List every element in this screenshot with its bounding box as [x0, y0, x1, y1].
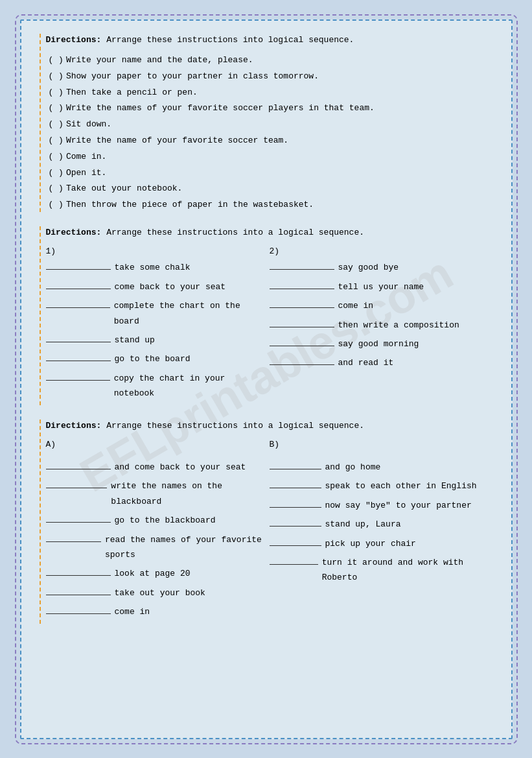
- blank-line[interactable]: [270, 364, 334, 365]
- blank-item: go to the blackboard: [46, 513, 270, 528]
- blank-item: take out your book: [46, 586, 270, 600]
- blank-item: go to the board: [46, 351, 270, 366]
- blank-item: take some chalk: [46, 260, 270, 275]
- list-item: ( )Come in.: [49, 150, 493, 164]
- blank-line[interactable]: [46, 269, 111, 270]
- col1-num: 1): [46, 246, 270, 256]
- directions-label-2: Directions:: [46, 228, 102, 237]
- blank-line[interactable]: [270, 564, 318, 565]
- blank-line[interactable]: [46, 522, 111, 523]
- colA-label: A): [46, 440, 270, 449]
- blank-line[interactable]: [46, 488, 108, 488]
- blank-item: speak to each other in English: [270, 479, 493, 493]
- blank-line[interactable]: [270, 469, 321, 469]
- list-item: ( )Write the names of your favorite socc…: [49, 102, 493, 115]
- blank-item: say good morning: [270, 337, 493, 351]
- blank-item: and go home: [270, 460, 493, 475]
- blank-item: say good bye: [270, 260, 493, 275]
- blank-item: turn it around and work with Roberto: [270, 555, 493, 586]
- blank-item: pick up your chair: [270, 536, 493, 551]
- blank-item: come back to your seat: [46, 279, 270, 294]
- blank-item: and come back to your seat: [46, 460, 270, 475]
- two-col-section3: A) and come back to your seat write the …: [46, 440, 493, 624]
- directions-3: Directions: Arrange these instructions i…: [46, 420, 493, 432]
- blank-item: and read it: [270, 355, 493, 370]
- section-2: Directions: Arrange these instructions i…: [40, 226, 493, 405]
- blank-line[interactable]: [270, 488, 321, 488]
- blank-line[interactable]: [46, 595, 111, 595]
- list-item: ( )Show your paper to your partner in cl…: [49, 70, 493, 84]
- blank-line[interactable]: [270, 545, 321, 546]
- section-1: Directions: Arrange these instructions i…: [40, 34, 493, 212]
- directions-2: Directions: Arrange these instructions i…: [46, 226, 493, 239]
- col-A: A) and come back to your seat write the …: [46, 440, 270, 624]
- col-1: 1) take some chalk come back to your sea…: [46, 246, 270, 405]
- list-item: ( )Write your name and the date, please.: [49, 54, 493, 67]
- blank-line[interactable]: [46, 575, 111, 576]
- blank-item: write the names on the blackboard: [46, 479, 270, 509]
- col2-num: 2): [270, 246, 493, 256]
- col-B: B) and go home speak to each other in En…: [270, 440, 493, 624]
- blank-line[interactable]: [46, 469, 111, 469]
- two-col-section2: 1) take some chalk come back to your sea…: [46, 246, 493, 405]
- blank-line[interactable]: [46, 541, 102, 542]
- blank-item: come in: [46, 604, 270, 619]
- blank-line[interactable]: [270, 526, 321, 527]
- list-item: ( )Take out your notebook.: [49, 182, 493, 196]
- list-item: ( )Sit down.: [49, 118, 493, 132]
- blank-line[interactable]: [46, 613, 111, 614]
- col-2: 2) say good bye tell us your name come i…: [270, 246, 493, 405]
- list-item: ( )Then take a pencil or pen.: [49, 86, 493, 100]
- blank-line[interactable]: [270, 346, 334, 346]
- blank-item: tell us your name: [270, 279, 493, 294]
- directions-text-3: Arrange these instructions into a logica…: [101, 421, 364, 431]
- list-item: ( )Then throw the piece of paper in the …: [49, 198, 493, 212]
- blank-item: come in: [270, 298, 493, 313]
- blank-item: stand up: [46, 333, 270, 348]
- blank-item: now say "bye" to your partner: [270, 498, 493, 513]
- blank-line[interactable]: [270, 327, 334, 327]
- blank-line[interactable]: [270, 307, 334, 308]
- blank-item: look at page 20: [46, 566, 270, 581]
- blank-line[interactable]: [46, 289, 111, 289]
- directions-1: Directions: Arrange these instructions i…: [46, 34, 493, 47]
- blank-line[interactable]: [46, 361, 111, 361]
- item-list-1: ( )Write your name and the date, please.…: [49, 54, 493, 212]
- blank-line[interactable]: [270, 507, 321, 508]
- blank-line[interactable]: [46, 307, 110, 308]
- section-3: Directions: Arrange these instructions i…: [40, 420, 493, 624]
- blank-item: read the names of your favorite sports: [46, 532, 270, 563]
- worksheet-page: EFLprintables.com Directions: Arrange th…: [20, 19, 513, 739]
- blank-line[interactable]: [46, 380, 110, 381]
- blank-item: copy the chart in your notebook: [46, 371, 270, 401]
- directions-label-1: Directions:: [46, 35, 102, 45]
- blank-item: then write a composition: [270, 318, 493, 333]
- blank-item: complete the chart on the board: [46, 298, 270, 329]
- directions-label-3: Directions:: [46, 421, 102, 431]
- list-item: ( )Open it.: [49, 167, 493, 180]
- list-item: ( )Write the name of your favorite socce…: [49, 134, 493, 148]
- colB-label: B): [270, 440, 493, 449]
- blank-line[interactable]: [270, 269, 334, 270]
- directions-text-1: Arrange these instructions into logical …: [101, 35, 354, 45]
- blank-line[interactable]: [270, 289, 334, 289]
- blank-item: stand up, Laura: [270, 517, 493, 532]
- blank-line[interactable]: [46, 342, 111, 342]
- directions-text-2: Arrange these instructions into a logica…: [101, 228, 364, 237]
